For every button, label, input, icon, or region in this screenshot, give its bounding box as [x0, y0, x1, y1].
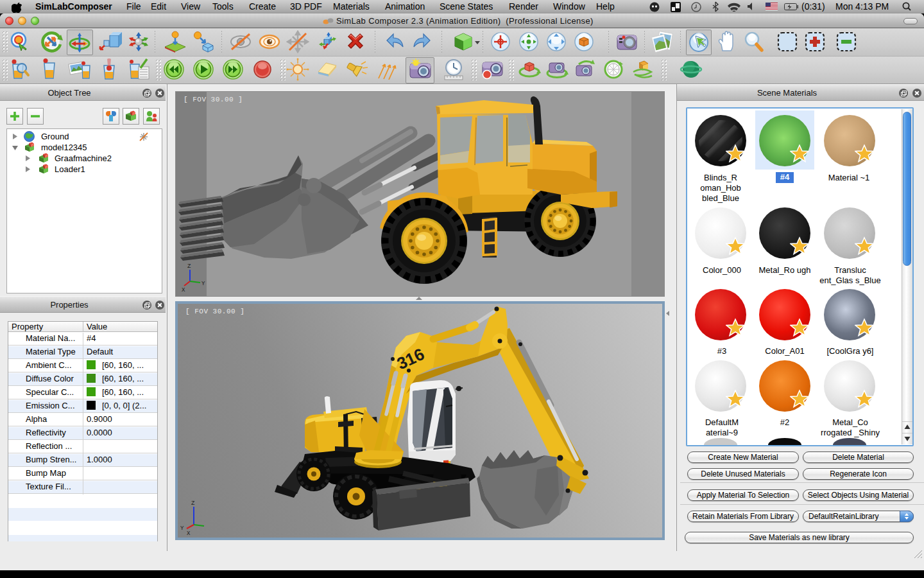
- svg-text:Y: Y: [180, 525, 184, 532]
- svg-text:X: X: [182, 287, 185, 293]
- svg-text:Y: Y: [201, 281, 205, 287]
- svg-text:Z: Z: [187, 263, 191, 270]
- svg-text:X: X: [187, 530, 191, 537]
- svg-text:Z: Z: [191, 500, 195, 507]
